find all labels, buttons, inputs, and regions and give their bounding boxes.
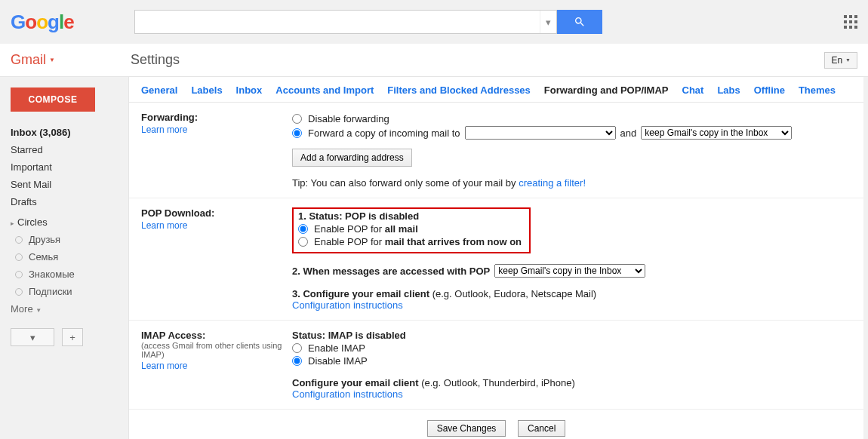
disable-forwarding-radio[interactable]: [292, 114, 302, 124]
sidebar-circle-item[interactable]: Знакомые: [11, 266, 121, 283]
sidebar-mini-dropdown[interactable]: ▾: [11, 328, 54, 346]
imap-subtitle: (access Gmail from other clients using I…: [141, 341, 292, 359]
pop-title: POP Download:: [141, 207, 292, 219]
pop-learn-more-link[interactable]: Learn more: [141, 220, 187, 231]
settings-tab[interactable]: General: [141, 84, 177, 96]
forward-copy-label[interactable]: Forward a copy of incoming mail to: [308, 127, 460, 139]
circle-icon: [15, 253, 23, 261]
sidebar-circle-label: Подписки: [29, 286, 72, 297]
sidebar-circle-item[interactable]: Подписки: [11, 283, 121, 300]
sidebar-circle-item[interactable]: Друзья: [11, 231, 121, 248]
chevron-down-icon: ▼: [845, 57, 851, 63]
forwarding-learn-more-link[interactable]: Learn more: [141, 124, 187, 135]
forward-address-select[interactable]: [465, 126, 616, 140]
circle-icon: [15, 271, 23, 278]
imap-enable-label[interactable]: Enable IMAP: [308, 342, 365, 354]
settings-tab[interactable]: Chat: [682, 84, 704, 96]
sidebar-circle-label: Друзья: [29, 234, 60, 245]
search-button[interactable]: [557, 10, 602, 34]
circle-icon: [15, 288, 23, 296]
sidebar-more[interactable]: More ▼: [11, 300, 121, 318]
sidebar-item[interactable]: Inbox (3,086): [11, 124, 121, 141]
google-logo[interactable]: Google: [11, 11, 74, 34]
search-options-dropdown[interactable]: ▾: [540, 11, 556, 33]
pop-step3-eg: (e.g. Outlook, Eudora, Netscape Mail): [432, 288, 597, 299]
page-title: Settings: [131, 52, 180, 68]
gmail-dropdown-label: Gmail: [11, 52, 46, 68]
settings-tab[interactable]: Offline: [754, 84, 785, 96]
apps-icon[interactable]: [844, 15, 857, 29]
pop-enable-new-label[interactable]: Enable POP for mail that arrives from no…: [314, 236, 522, 247]
imap-status: Status: IMAP is disabled: [292, 330, 406, 341]
pop-enable-new-radio[interactable]: [298, 237, 308, 247]
settings-tab[interactable]: Labels: [191, 84, 222, 96]
imap-config-link[interactable]: Configuration instructions: [292, 388, 403, 400]
add-forwarding-address-button[interactable]: Add a forwarding address: [292, 149, 412, 167]
settings-tab[interactable]: Filters and Blocked Addresses: [387, 84, 531, 96]
imap-title: IMAP Access:: [141, 330, 292, 341]
sidebar-item[interactable]: Sent Mail: [11, 176, 121, 193]
settings-tab[interactable]: Inbox: [236, 84, 263, 96]
forward-copy-radio[interactable]: [292, 128, 302, 138]
pop-step3-label: 3. Configure your email client: [292, 288, 432, 299]
pop-action-select[interactable]: keep Gmail's copy in the Inbox: [494, 264, 645, 278]
circle-icon: [15, 236, 23, 244]
create-filter-link[interactable]: creating a filter!: [519, 177, 586, 189]
cancel-button[interactable]: Cancel: [518, 420, 565, 437]
search-input[interactable]: [135, 11, 540, 33]
forward-tip-text: Tip: You can also forward only some of y…: [292, 177, 519, 189]
forward-action-select[interactable]: keep Gmail's copy in the Inbox: [641, 126, 792, 140]
sidebar-add-button[interactable]: +: [62, 328, 83, 346]
disable-forwarding-label[interactable]: Disable forwarding: [308, 113, 389, 124]
sidebar-item[interactable]: Drafts: [11, 193, 121, 210]
gmail-dropdown[interactable]: Gmail ▼: [11, 52, 55, 68]
settings-tab[interactable]: Labs: [717, 84, 740, 96]
pop-enable-all-radio[interactable]: [298, 224, 308, 234]
settings-tab[interactable]: Accounts and Import: [275, 84, 374, 96]
sidebar-item[interactable]: Starred: [11, 141, 121, 158]
settings-tab[interactable]: Themes: [799, 84, 836, 96]
language-dropdown[interactable]: En ▼: [824, 52, 857, 69]
imap-cfg-title: Configure your email client: [292, 377, 421, 388]
sidebar-circles-header[interactable]: Circles: [11, 213, 121, 231]
pop-config-link[interactable]: Configuration instructions: [292, 299, 403, 311]
pop-step2-label: 2. When messages are accessed with POP: [292, 266, 490, 277]
sidebar-item[interactable]: Important: [11, 158, 121, 176]
settings-tab[interactable]: Forwarding and POP/IMAP: [544, 84, 669, 96]
forwarding-title: Forwarding:: [141, 112, 292, 123]
sidebar-circle-label: Семья: [29, 251, 58, 262]
imap-cfg-eg: (e.g. Outlook, Thunderbird, iPhone): [421, 377, 575, 388]
imap-learn-more-link[interactable]: Learn more: [141, 361, 187, 371]
imap-disable-label[interactable]: Disable IMAP: [308, 355, 368, 367]
pop-status-line: 1. Status: POP is disabled: [298, 210, 419, 222]
search-icon: [574, 16, 586, 28]
forward-and-text: and: [620, 127, 637, 139]
save-changes-button[interactable]: Save Changes: [427, 420, 506, 437]
sidebar-circle-label: Знакомые: [29, 269, 75, 280]
compose-button[interactable]: COMPOSE: [11, 87, 95, 112]
chevron-down-icon: ▼: [49, 57, 55, 63]
pop-highlighted-box: 1. Status: POP is disabled Enable POP fo…: [292, 207, 531, 253]
pop-enable-all-label[interactable]: Enable POP for all mail: [314, 223, 418, 235]
language-label: En: [831, 55, 842, 66]
imap-disable-radio[interactable]: [292, 356, 302, 366]
search-box[interactable]: ▾: [134, 10, 557, 34]
sidebar-circle-item[interactable]: Семья: [11, 248, 121, 266]
imap-enable-radio[interactable]: [292, 343, 302, 353]
